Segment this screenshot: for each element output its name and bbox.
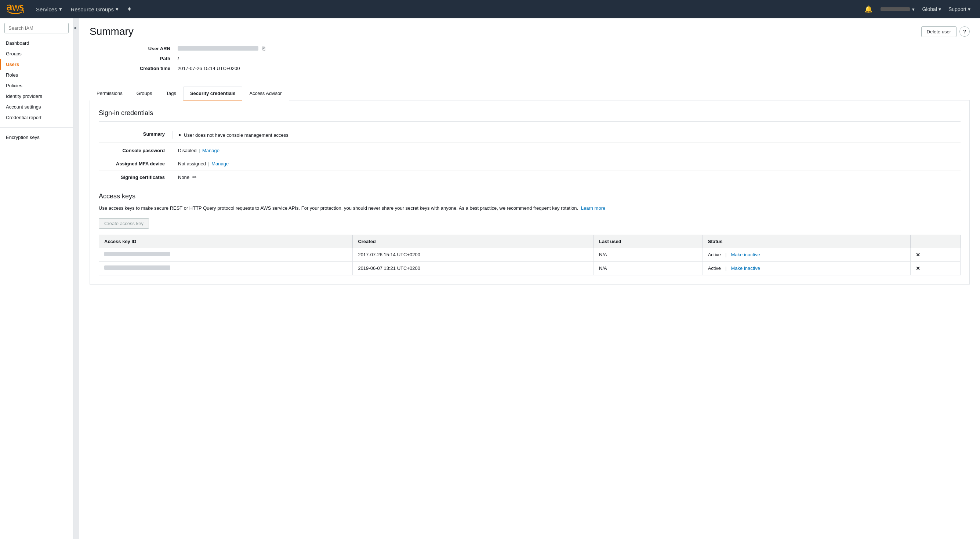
search-input[interactable]: [5, 23, 68, 33]
tab-groups[interactable]: Groups: [130, 87, 159, 100]
global-selector[interactable]: Global ▾: [918, 0, 944, 18]
delete-key-icon-1[interactable]: ✕: [916, 252, 920, 258]
access-keys-section: Access keys Use access keys to make secu…: [99, 192, 961, 275]
notification-bell[interactable]: 🔔: [860, 5, 877, 13]
sidebar-item-policies[interactable]: Policies: [0, 80, 73, 91]
account-caret: ▾: [912, 6, 915, 12]
mfa-status: Not assigned: [178, 161, 206, 166]
sidebar-item-credential-report[interactable]: Credential report: [0, 112, 73, 123]
bookmark-icon[interactable]: ✦: [123, 5, 136, 13]
creation-time-row: Creation time 2017-07-26 15:14 UTC+0200: [111, 63, 970, 73]
sidebar-item-account-settings[interactable]: Account settings: [0, 101, 73, 112]
table-header-status: Status: [703, 235, 911, 248]
help-button[interactable]: ?: [959, 26, 970, 36]
key-id-cell-2: [99, 262, 353, 275]
status-action-2: Active | Make inactive: [708, 265, 905, 271]
sidebar-item-groups[interactable]: Groups: [0, 48, 73, 59]
aws-logo[interactable]: [6, 3, 24, 16]
support-label: Support: [948, 6, 966, 12]
tab-tags[interactable]: Tags: [159, 87, 183, 100]
delete-cell-2: ✕: [911, 262, 961, 275]
top-nav: Services ▾ Resource Groups ▾ ✦ 🔔 ▾ Globa…: [0, 0, 980, 18]
console-password-label: Console password: [99, 148, 172, 153]
path-label: Path: [111, 56, 170, 61]
delete-user-button[interactable]: Delete user: [921, 26, 956, 37]
mfa-value: Not assigned | Manage: [172, 161, 229, 166]
signing-certs-row: Signing certificates None ✏: [99, 171, 961, 184]
sidebar-item-encryption-keys[interactable]: Encryption keys: [0, 132, 73, 143]
console-password-status: Disabled: [178, 148, 197, 153]
tab-access-advisor[interactable]: Access Advisor: [242, 87, 288, 100]
learn-more-link[interactable]: Learn more: [581, 205, 605, 211]
mfa-manage-link[interactable]: Manage: [212, 161, 229, 166]
sidebar-collapse-handle[interactable]: ◀: [73, 18, 79, 539]
sidebar-item-roles[interactable]: Roles: [0, 70, 73, 80]
creation-time-label: Creation time: [111, 66, 170, 71]
access-keys-desc-text: Use access keys to make secure REST or H…: [99, 205, 578, 211]
sidebar-item-users[interactable]: Users: [0, 59, 73, 70]
tab-security-credentials[interactable]: Security credentials: [183, 87, 243, 100]
mfa-separator: |: [208, 161, 209, 166]
cred-summary-row: Summary • User does not have console man…: [99, 128, 961, 143]
create-access-key-button[interactable]: Create access key: [99, 218, 149, 229]
mfa-row: Assigned MFA device Not assigned | Manag…: [99, 157, 961, 171]
account-selector[interactable]: ▾: [877, 0, 918, 18]
last-used-cell-2: N/A: [594, 262, 703, 275]
sidebar: Dashboard Groups Users Roles Policies Id…: [0, 18, 73, 539]
sidebar-item-dashboard[interactable]: Dashboard: [0, 38, 73, 48]
access-keys-desc: Use access keys to make secure REST or H…: [99, 205, 961, 212]
resource-groups-label: Resource Groups: [71, 6, 114, 13]
key-id-bar-2: [104, 265, 170, 270]
services-nav[interactable]: Services ▾: [32, 0, 67, 18]
cred-summary-label: Summary: [99, 131, 172, 137]
arn-row: User ARN ⎘: [111, 43, 970, 54]
sign-in-divider: [99, 121, 961, 122]
make-inactive-link-2[interactable]: Make inactive: [731, 265, 760, 271]
signing-certs-text: None: [178, 174, 189, 180]
services-caret: ▾: [59, 6, 62, 13]
access-keys-title: Access keys: [99, 192, 961, 200]
page-header: Summary Delete user ?: [89, 26, 970, 37]
created-cell-1: 2017-07-26 15:14 UTC+0200: [353, 248, 594, 262]
path-value: /: [178, 56, 179, 61]
creation-time-value: 2017-07-26 15:14 UTC+0200: [178, 66, 240, 71]
bullet-icon: •: [178, 131, 181, 139]
make-inactive-link-1[interactable]: Make inactive: [731, 252, 760, 257]
status-cell-1: Active | Make inactive: [703, 248, 911, 262]
status-cell-2: Active | Make inactive: [703, 262, 911, 275]
tab-permissions[interactable]: Permissions: [89, 87, 130, 100]
tab-content-security: Sign-in credentials Summary • User does …: [89, 100, 970, 285]
last-used-cell-1: N/A: [594, 248, 703, 262]
resource-groups-nav[interactable]: Resource Groups ▾: [67, 0, 123, 18]
global-label: Global: [922, 6, 937, 12]
global-caret: ▾: [939, 6, 941, 12]
status-separator-1: |: [725, 252, 726, 257]
table-header-last-used: Last used: [594, 235, 703, 248]
console-password-manage-link[interactable]: Manage: [202, 148, 220, 153]
key-id-cell-1: [99, 248, 353, 262]
collapse-icon: ◀: [73, 26, 76, 30]
table-header-key-id: Access key ID: [99, 235, 353, 248]
mfa-label: Assigned MFA device: [99, 161, 172, 166]
path-row: Path /: [111, 54, 970, 63]
console-password-value: Disabled | Manage: [172, 148, 220, 153]
delete-key-icon-2[interactable]: ✕: [916, 265, 920, 271]
table-row: 2017-07-26 15:14 UTC+0200 N/A Active | M…: [99, 248, 961, 262]
table-header-actions: [911, 235, 961, 248]
status-action-1: Active | Make inactive: [708, 252, 905, 257]
support-selector[interactable]: Support ▾: [945, 0, 974, 18]
summary-bullet-text: User does not have console management ac…: [184, 132, 288, 138]
arn-bar: [178, 46, 258, 51]
status-active-1: Active: [708, 252, 721, 257]
sidebar-item-identity-providers[interactable]: Identity providers: [0, 91, 73, 101]
edit-signing-certs-icon[interactable]: ✏: [192, 174, 197, 180]
copy-icon[interactable]: ⎘: [262, 46, 265, 51]
account-name-bar: [881, 7, 910, 11]
sign-in-title: Sign-in credentials: [99, 109, 961, 117]
delete-cell-1: ✕: [911, 248, 961, 262]
arn-label: User ARN: [111, 46, 170, 51]
status-separator-2: |: [725, 265, 726, 271]
signing-certs-label: Signing certificates: [99, 174, 172, 180]
signing-certs-value: None ✏: [172, 174, 197, 180]
console-password-separator: |: [199, 148, 200, 153]
